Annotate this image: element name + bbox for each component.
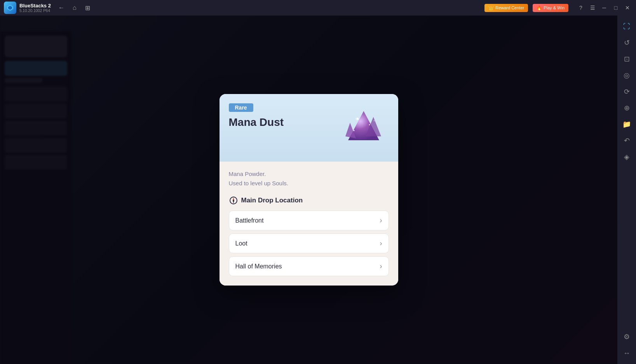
location-item-battlefront[interactable]: Battlefront › <box>229 211 389 230</box>
app-version: 5.10.20.1002 P64 <box>19 9 51 13</box>
app-name: BlueStacks 2 <box>19 3 51 9</box>
sidebar-expand-icon[interactable]: ⛶ <box>619 19 634 34</box>
sidebar-rotate-icon[interactable]: ⟳ <box>619 84 634 99</box>
sidebar-resize-icon[interactable]: ↔ <box>619 345 634 361</box>
right-sidebar: ⛶ ↺ ⊡ ◎ ⟳ ⊕ 📁 ↶ ◈ ⚙ ↔ <box>617 16 636 364</box>
location-name-hall-of-memories: Hall of Memories <box>235 263 282 270</box>
close-button[interactable]: ✕ <box>623 3 632 12</box>
svg-point-7 <box>369 124 370 125</box>
sidebar-macro-icon[interactable]: ◈ <box>619 149 634 165</box>
drop-location-title: Main Drop Location <box>229 196 389 205</box>
sidebar-folder-icon[interactable]: 📁 <box>619 117 634 132</box>
titlebar-right: 👑 Reward Center 🔥 Play & Win ? ☰ ─ □ ✕ <box>484 3 632 12</box>
location-list: Battlefront › Loot › Hall of Memories › <box>229 211 389 276</box>
reward-icon: 👑 <box>488 5 494 10</box>
play-win-button[interactable]: 🔥 Play & Win <box>533 4 568 12</box>
compass-icon <box>229 196 238 205</box>
titlebar: BlueStacks 2 5.10.20.1002 P64 ← ⌂ ⊞ 👑 Re… <box>0 0 636 16</box>
location-item-hall-of-memories[interactable]: Hall of Memories › <box>229 256 389 276</box>
modal-header-text: Rare Mana Dust <box>229 103 338 129</box>
reward-center-button[interactable]: 👑 Reward Center <box>484 4 528 12</box>
description-line2: Used to level up Souls. <box>229 179 389 188</box>
maximize-button[interactable]: □ <box>611 3 620 12</box>
chevron-right-icon-loot: › <box>380 239 382 247</box>
section-title-text: Main Drop Location <box>241 197 303 204</box>
rarity-badge: Rare <box>229 103 253 112</box>
help-button[interactable]: ? <box>576 3 585 12</box>
sidebar-volume-icon[interactable]: ◎ <box>619 68 634 83</box>
playnwin-label: Play & Win <box>544 5 565 10</box>
item-image <box>338 103 389 154</box>
sidebar-refresh-icon[interactable]: ↺ <box>619 35 634 51</box>
sidebar-gamepad-icon[interactable]: ⊕ <box>619 100 634 116</box>
location-name-loot: Loot <box>235 240 247 247</box>
menu-button[interactable]: ☰ <box>588 3 597 12</box>
nav-home-button[interactable]: ⌂ <box>69 2 80 14</box>
svg-marker-15 <box>233 200 234 204</box>
bluestacks-logo <box>4 2 16 14</box>
sidebar-screenshot-icon[interactable]: ⊡ <box>619 51 634 67</box>
modal-body: Mana Powder. Used to level up Souls. Mai… <box>220 162 398 286</box>
item-name: Mana Dust <box>229 116 338 129</box>
svg-point-8 <box>353 130 355 131</box>
modal-overlay: Rare Mana Dust <box>0 16 617 364</box>
sidebar-settings-icon[interactable]: ⚙ <box>619 329 634 345</box>
sidebar-back-icon[interactable]: ↶ <box>619 133 634 148</box>
reward-label: Reward Center <box>495 5 524 10</box>
minimize-button[interactable]: ─ <box>599 3 609 12</box>
location-name-battlefront: Battlefront <box>235 217 264 224</box>
item-description: Mana Powder. Used to level up Souls. <box>229 169 389 188</box>
chevron-right-icon-hall-of-memories: › <box>380 262 382 270</box>
svg-point-9 <box>373 120 374 121</box>
location-item-loot[interactable]: Loot › <box>229 233 389 253</box>
modal-header: Rare Mana Dust <box>220 94 398 162</box>
chevron-right-icon-battlefront: › <box>380 216 382 225</box>
nav-back-button[interactable]: ← <box>56 2 67 14</box>
item-detail-modal: Rare Mana Dust <box>220 94 398 286</box>
nav-multi-button[interactable]: ⊞ <box>82 2 94 14</box>
window-controls: ? ☰ ─ □ ✕ <box>576 3 632 12</box>
playnwin-icon: 🔥 <box>537 5 542 10</box>
description-line1: Mana Powder. <box>229 169 389 179</box>
